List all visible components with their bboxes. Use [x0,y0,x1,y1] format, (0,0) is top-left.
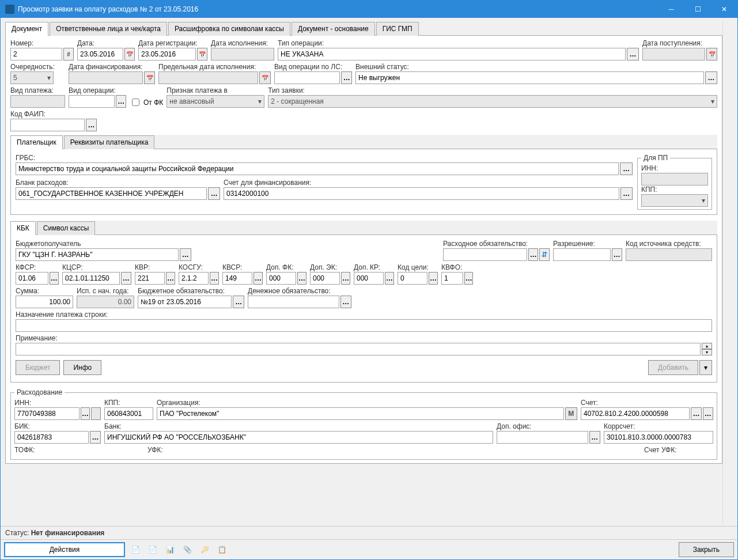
note-up-button[interactable]: ▴ [702,343,712,349]
budobl-input[interactable] [138,296,232,308]
optype-input[interactable] [278,48,626,60]
blank-input[interactable] [16,187,207,200]
close-window-button[interactable]: ✕ [711,1,737,18]
lsop-lookup-button[interactable]: … [341,71,352,84]
exp-dopoffice-input[interactable] [497,431,588,444]
permit-input[interactable] [553,248,611,261]
permit-lookup-button[interactable]: … [612,248,622,261]
note-input[interactable] [16,343,701,355]
optype-lookup-button[interactable]: … [627,48,639,60]
kvsr-input[interactable] [222,272,252,285]
clipboard-icon[interactable]: 📋 [215,543,229,557]
date-input[interactable] [77,48,123,60]
monobl-input[interactable] [248,296,339,308]
tab-cash-symbol[interactable]: Символ кассы [37,221,95,235]
regdate-input[interactable] [138,48,196,60]
lsop-input[interactable] [274,71,340,84]
close-button[interactable]: Закрыть [679,542,734,557]
faip-lookup-button[interactable]: … [86,119,97,131]
tab-payer[interactable]: Плательщик [10,135,63,149]
number-input[interactable] [10,48,62,60]
info-button[interactable]: Инфо [63,360,101,375]
exp-acc-lookup-button[interactable]: … [691,407,701,420]
grbs-input[interactable] [16,162,619,175]
tab-gis-gmp[interactable]: ГИС ГМП [376,22,419,36]
kvsr-lookup-button[interactable]: … [253,272,263,285]
date-cal-button[interactable]: 📅 [124,48,135,60]
sum-input[interactable] [16,296,73,308]
opkind-lookup-button[interactable]: … [116,95,126,108]
finacc-lookup-button[interactable]: … [620,187,633,200]
kosgu-input[interactable] [179,272,209,285]
vertical-scrollbar[interactable] [722,21,733,526]
faip-input[interactable] [10,119,85,131]
attach-icon[interactable]: 📎 [180,543,194,557]
kvfo-input[interactable] [441,272,463,285]
number-gen-button[interactable]: # [63,48,74,60]
note-down-button[interactable]: ▾ [702,349,712,355]
tab-responsibles[interactable]: Ответственные лица и чек/карта [50,22,167,36]
export-icon[interactable]: 📄 [146,543,160,557]
exp-corracc-label: Коррсчет: [604,422,713,430]
dopek-lookup-button[interactable]: … [341,272,350,285]
copy-icon[interactable]: 📄 [128,543,142,557]
maxexec-label: Предельная дата исполнения: [158,63,271,71]
purpose-input[interactable] [16,319,712,332]
exp-bik-lookup-button[interactable]: … [90,431,101,444]
dopkr-input[interactable] [354,272,384,285]
kvfo-lookup-button[interactable]: … [464,272,473,285]
dopfk-lookup-button[interactable]: … [297,272,306,285]
tab-document[interactable]: Документ [5,22,48,36]
kcsr-label: КЦСР: [62,263,131,271]
expobl-input[interactable] [443,248,527,261]
kcsr-input[interactable] [62,272,120,285]
exp-inn-input[interactable] [14,407,80,420]
maximize-button[interactable]: ☐ [684,1,711,18]
kosgu-lookup-button[interactable]: … [210,272,219,285]
kfsr-input[interactable] [16,272,48,285]
goalcode-input[interactable] [398,272,427,285]
tab-payer-details[interactable]: Реквизиты плательщика [64,135,155,149]
maxexec-input [158,71,258,84]
extstatus-input[interactable] [355,71,704,84]
actions-button[interactable]: Действия [4,542,125,557]
exp-bank-input[interactable] [104,431,493,444]
exp-corracc-input[interactable] [604,431,713,444]
dopek-input[interactable] [310,272,340,285]
tab-kbk[interactable]: КБК [10,221,36,235]
grbs-label: ГРБС: [16,154,633,162]
exp-dopoffice-lookup-button[interactable]: … [589,431,600,444]
recipient-lookup-button[interactable]: … [180,248,191,261]
opkind-input[interactable] [69,95,115,108]
exp-bik-input[interactable] [14,431,89,444]
excel-icon[interactable]: 📊 [163,543,177,557]
expobl-lookup-button[interactable]: … [528,248,539,261]
grbs-lookup-button[interactable]: … [620,162,633,175]
kvr-input[interactable] [135,272,165,285]
exp-acc-input[interactable] [581,407,690,420]
kfsr-lookup-button[interactable]: … [50,272,59,285]
dopkr-lookup-button[interactable]: … [385,272,394,285]
exp-org-input[interactable] [157,407,564,420]
minimize-button[interactable]: ─ [658,1,684,18]
add-dropdown-button[interactable]: ▾ [699,360,712,375]
exp-inn-lookup-button[interactable]: … [81,407,90,420]
kvr-lookup-button[interactable]: … [166,272,175,285]
tab-basis-doc[interactable]: Документ - основание [292,22,375,36]
exp-kpp-input[interactable] [104,407,153,420]
exp-acc-lookup2-button[interactable]: … [703,407,713,420]
titlebar[interactable]: Просмотр заявки на оплату расходов № 2 о… [1,1,737,18]
blank-lookup-button[interactable]: … [208,187,220,200]
tab-cash-symbols[interactable]: Расшифровка по символам кассы [168,22,290,36]
kcsr-lookup-button[interactable]: … [121,272,131,285]
extstatus-lookup-button[interactable]: … [705,71,717,84]
goalcode-lookup-button[interactable]: … [429,272,438,285]
monobl-lookup-button[interactable]: … [340,296,351,308]
expobl-extra-button[interactable]: ⇵ [539,248,550,261]
regdate-cal-button[interactable]: 📅 [197,48,207,60]
finacc-input[interactable] [224,187,619,200]
key-icon[interactable]: 🔑 [198,543,211,557]
budobl-lookup-button[interactable]: … [233,296,244,308]
dopfk-input[interactable] [266,272,296,285]
recipient-input[interactable] [16,248,179,261]
